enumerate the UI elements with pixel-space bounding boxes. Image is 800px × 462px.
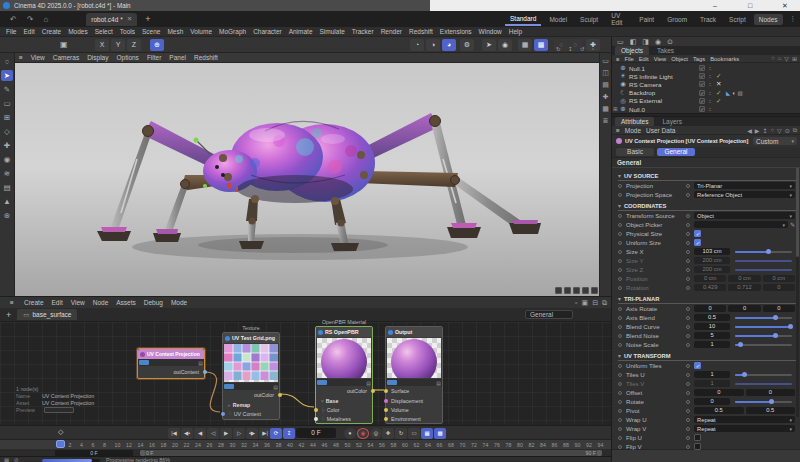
anim-dot-icon[interactable] xyxy=(686,382,690,386)
next-frame-button[interactable]: ▷ xyxy=(233,428,245,439)
tiles-u-slider[interactable] xyxy=(735,374,792,376)
snap-frame-toggle[interactable]: ↧ xyxy=(283,428,295,439)
menu-item[interactable]: Extensions xyxy=(440,28,472,35)
menu-item[interactable]: Redshift xyxy=(409,28,433,35)
menu-item[interactable]: Select xyxy=(95,28,113,35)
anim-dot-icon[interactable] xyxy=(618,286,622,290)
group-row-remap[interactable]: ▸Remap xyxy=(223,400,279,409)
solo-off-icon[interactable]: ▭ xyxy=(617,38,624,46)
node-output[interactable]: Output ▤ Surface Displacement Volume E xyxy=(385,326,443,424)
grid-snap-button[interactable]: ▦ xyxy=(518,39,532,51)
menu-item[interactable]: Tools xyxy=(120,28,135,35)
port-color[interactable] xyxy=(314,408,318,412)
anim-dot-icon[interactable] xyxy=(686,418,690,422)
attr-menu-userdata[interactable]: User Data xyxy=(646,127,675,134)
minimize-button[interactable]: – xyxy=(700,0,730,11)
tab-takes[interactable]: Takes xyxy=(651,46,680,55)
material-tag-icon[interactable]: ▨ xyxy=(738,90,743,96)
range-handle-left[interactable] xyxy=(140,450,145,456)
axis-rotate-y-field[interactable]: 0 xyxy=(728,305,760,313)
menu-item[interactable]: Modes xyxy=(68,28,88,35)
om-menu-edit[interactable]: Edit xyxy=(639,56,649,62)
anim-dot-icon[interactable] xyxy=(618,391,622,395)
list-view-icon[interactable]: ▤ xyxy=(602,81,609,89)
current-frame-field[interactable]: 0 F xyxy=(296,428,336,438)
node-list-icon[interactable]: ▤ xyxy=(198,360,203,366)
popout-icon[interactable]: ⧉ xyxy=(602,299,607,307)
port-outcolor[interactable] xyxy=(278,393,282,397)
add-view-icon[interactable]: ✚ xyxy=(603,93,609,101)
refresh-icon[interactable]: ↻ xyxy=(556,46,561,52)
axis-y-button[interactable]: Y xyxy=(111,39,125,51)
node-graph-canvas[interactable]: UV Context Projection ▤ outContext Textu… xyxy=(0,322,611,425)
render-view-button[interactable]: ◔ xyxy=(410,39,424,51)
anim-dot-icon[interactable] xyxy=(618,250,622,254)
node-uv-context-projection[interactable]: UV Context Projection ▤ outContext xyxy=(137,348,205,379)
blend-noise-field[interactable]: 5 xyxy=(694,332,730,340)
menu-item[interactable]: Render xyxy=(381,28,402,35)
layout-icon[interactable]: ▣ xyxy=(582,299,589,307)
tab-objects[interactable]: Objects xyxy=(615,46,649,55)
node-color-chip[interactable] xyxy=(317,380,327,385)
target-tool-icon[interactable]: ⊛ xyxy=(1,210,13,221)
node-list-icon[interactable]: ▤ xyxy=(366,380,371,386)
render-settings-button[interactable]: ⚙ xyxy=(460,39,474,51)
hamburger-icon[interactable]: ≡ xyxy=(616,127,620,134)
parameter-key-icon[interactable]: ▦ xyxy=(421,428,433,439)
blend-curve-slider[interactable] xyxy=(735,326,792,328)
scale-key-icon[interactable]: ▭ xyxy=(408,428,420,439)
viewport-render-icon[interactable]: ▣ xyxy=(60,39,68,51)
anim-dot-icon[interactable] xyxy=(686,325,690,329)
visibility-dots-icon[interactable]: : xyxy=(709,106,711,112)
ne-menu-node[interactable]: Node xyxy=(93,299,109,306)
coordinate-system-button[interactable]: ⊕ xyxy=(150,39,164,51)
port-environment[interactable] xyxy=(384,417,388,421)
ne-menu-mode[interactable]: Mode xyxy=(171,299,187,306)
anim-dot-icon[interactable] xyxy=(686,286,690,290)
anim-dot-icon[interactable] xyxy=(618,184,622,188)
single-view-icon[interactable]: ▭ xyxy=(602,57,609,65)
document-tab[interactable]: robot.c4d * ✕ xyxy=(86,13,137,26)
anim-dot-icon[interactable] xyxy=(686,445,690,449)
tab-attributes[interactable]: Attributes xyxy=(615,117,654,126)
object-row-null0[interactable]: ⊞ ⊕ Null.0 ✓: xyxy=(612,105,800,113)
sphere-tool-icon[interactable]: ◉ xyxy=(1,154,13,165)
home-icon[interactable]: ⌂ xyxy=(778,55,782,62)
eyedropper-icon[interactable]: ✎ xyxy=(790,221,795,228)
anim-dot-icon[interactable] xyxy=(618,277,622,281)
port-volume[interactable] xyxy=(384,408,388,412)
ne-menu-create[interactable]: Create xyxy=(24,299,44,306)
search-icon[interactable]: ○ xyxy=(771,55,775,62)
projection-dropdown[interactable]: Tri-Planar▾ xyxy=(694,182,795,190)
anim-dot-icon[interactable] xyxy=(618,268,622,272)
anim-dot-icon[interactable] xyxy=(686,193,690,197)
hamburger-icon[interactable]: ≡ xyxy=(10,299,14,306)
anim-dot-icon[interactable] xyxy=(686,214,690,218)
filter-icon[interactable]: ▽ xyxy=(784,55,789,62)
axis-rotate-x-field[interactable]: 0 xyxy=(694,305,726,313)
solo-hierarchy-icon[interactable]: ◨ xyxy=(642,38,649,46)
copy-icon[interactable]: ⧉ xyxy=(793,127,797,134)
group-header-tri-planar[interactable]: TRI-PLANAR xyxy=(618,294,796,304)
anim-dot-icon[interactable] xyxy=(618,400,622,404)
node-color-chip[interactable] xyxy=(139,360,149,365)
wrap-v-dropdown[interactable]: Repeat▾ xyxy=(694,425,795,433)
diamond-tool-icon[interactable]: ◇ xyxy=(1,126,13,137)
ne-menu-debug[interactable]: Debug xyxy=(144,299,163,306)
tab-basic[interactable]: Basic xyxy=(616,148,654,156)
up-icon[interactable]: ↥ xyxy=(762,127,767,134)
anim-dot-icon[interactable] xyxy=(686,334,690,338)
blend-noise-slider[interactable] xyxy=(735,335,792,337)
anim-dot-icon[interactable] xyxy=(618,223,622,227)
anim-dot-icon[interactable] xyxy=(686,343,690,347)
object-row-external[interactable]: ◎ RS External ✓: ✓ xyxy=(612,97,800,105)
expand-icon[interactable]: ⊞ xyxy=(613,106,618,112)
anim-dot-icon[interactable] xyxy=(618,214,622,218)
prev-key-button[interactable]: ◀• xyxy=(181,428,193,439)
keyframe-diamond-icon[interactable]: ◇ xyxy=(58,428,63,436)
viewport-menu-view[interactable]: View xyxy=(31,54,45,61)
layout-tab-nodes[interactable]: Nodes xyxy=(754,14,783,25)
anim-dot-icon[interactable] xyxy=(686,223,690,227)
anim-dot-icon[interactable] xyxy=(618,334,622,338)
enable-checkbox[interactable]: ✓ xyxy=(699,81,705,87)
